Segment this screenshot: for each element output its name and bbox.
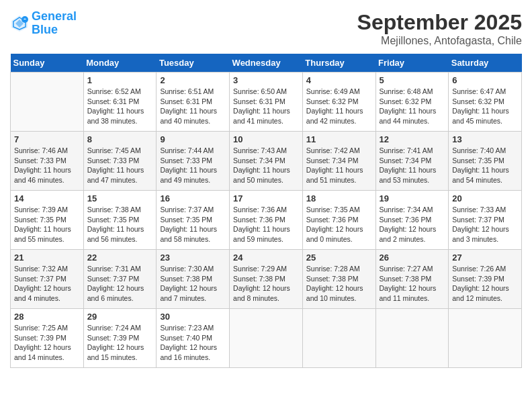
calendar-cell: 5Sunrise: 6:48 AMSunset: 6:32 PMDaylight…	[375, 73, 449, 132]
day-number: 21	[14, 253, 80, 263]
day-number: 14	[14, 193, 80, 203]
calendar-cell: 9Sunrise: 7:44 AMSunset: 7:33 PMDaylight…	[157, 132, 230, 191]
calendar-cell: 23Sunrise: 7:30 AMSunset: 7:38 PMDayligh…	[157, 250, 230, 309]
calendar-cell: 12Sunrise: 7:41 AMSunset: 7:34 PMDayligh…	[375, 132, 449, 191]
calendar-cell: 6Sunrise: 6:47 AMSunset: 6:32 PMDaylight…	[449, 73, 522, 132]
location: Mejillones, Antofagasta, Chile	[357, 35, 522, 47]
calendar-week-row: 21Sunrise: 7:32 AMSunset: 7:37 PMDayligh…	[11, 250, 522, 309]
day-number: 24	[233, 253, 299, 263]
day-number: 4	[306, 75, 372, 85]
day-number: 12	[380, 134, 445, 144]
title-block: September 2025 Mejillones, Antofagasta, …	[357, 10, 522, 47]
day-header-saturday: Saturday	[449, 54, 522, 73]
day-number: 15	[87, 193, 153, 203]
calendar-cell: 13Sunrise: 7:40 AMSunset: 7:35 PMDayligh…	[449, 132, 522, 191]
day-number: 5	[380, 75, 445, 85]
day-info: Sunrise: 7:29 AMSunset: 7:38 PMDaylight:…	[233, 264, 299, 304]
day-info: Sunrise: 7:30 AMSunset: 7:38 PMDaylight:…	[160, 264, 226, 304]
day-info: Sunrise: 7:35 AMSunset: 7:36 PMDaylight:…	[306, 205, 372, 244]
calendar-cell: 17Sunrise: 7:36 AMSunset: 7:36 PMDayligh…	[230, 191, 303, 250]
day-info: Sunrise: 6:49 AMSunset: 6:32 PMDaylight:…	[306, 87, 372, 126]
calendar-cell: 21Sunrise: 7:32 AMSunset: 7:37 PMDayligh…	[11, 250, 84, 309]
calendar-week-row: 28Sunrise: 7:25 AMSunset: 7:39 PMDayligh…	[11, 309, 522, 368]
day-number: 22	[87, 253, 153, 263]
logo-line2: Blue	[32, 23, 58, 36]
day-info: Sunrise: 7:46 AMSunset: 7:33 PMDaylight:…	[14, 146, 80, 185]
day-number: 13	[452, 134, 518, 144]
day-header-monday: Monday	[83, 54, 157, 73]
calendar-cell: 18Sunrise: 7:35 AMSunset: 7:36 PMDayligh…	[302, 191, 375, 250]
day-info: Sunrise: 7:36 AMSunset: 7:36 PMDaylight:…	[233, 205, 299, 244]
day-info: Sunrise: 7:27 AMSunset: 7:38 PMDaylight:…	[380, 264, 445, 304]
calendar-header-row: SundayMondayTuesdayWednesdayThursdayFrid…	[11, 54, 522, 73]
calendar-week-row: 1Sunrise: 6:52 AMSunset: 6:31 PMDaylight…	[11, 73, 522, 132]
calendar-cell: 7Sunrise: 7:46 AMSunset: 7:33 PMDaylight…	[11, 132, 84, 191]
day-info: Sunrise: 7:33 AMSunset: 7:37 PMDaylight:…	[452, 205, 518, 244]
day-info: Sunrise: 6:48 AMSunset: 6:32 PMDaylight:…	[380, 87, 445, 126]
day-info: Sunrise: 7:44 AMSunset: 7:33 PMDaylight:…	[160, 146, 226, 185]
day-number: 7	[14, 134, 80, 144]
calendar-cell: 1Sunrise: 6:52 AMSunset: 6:31 PMDaylight…	[83, 73, 157, 132]
day-header-friday: Friday	[375, 54, 449, 73]
day-info: Sunrise: 7:42 AMSunset: 7:34 PMDaylight:…	[306, 146, 372, 185]
calendar-cell: 15Sunrise: 7:38 AMSunset: 7:35 PMDayligh…	[83, 191, 157, 250]
day-info: Sunrise: 7:38 AMSunset: 7:35 PMDaylight:…	[87, 205, 153, 244]
day-info: Sunrise: 7:25 AMSunset: 7:39 PMDaylight:…	[14, 323, 80, 363]
calendar-cell: 11Sunrise: 7:42 AMSunset: 7:34 PMDayligh…	[302, 132, 375, 191]
calendar-cell	[375, 309, 449, 368]
calendar-cell: 10Sunrise: 7:43 AMSunset: 7:34 PMDayligh…	[230, 132, 303, 191]
day-number: 10	[233, 134, 299, 144]
calendar-table: SundayMondayTuesdayWednesdayThursdayFrid…	[10, 54, 522, 368]
day-number: 16	[160, 193, 226, 203]
calendar-cell: 3Sunrise: 6:50 AMSunset: 6:31 PMDaylight…	[230, 73, 303, 132]
calendar-cell: 30Sunrise: 7:23 AMSunset: 7:40 PMDayligh…	[157, 309, 230, 368]
day-number: 3	[233, 75, 299, 85]
calendar-cell: 29Sunrise: 7:24 AMSunset: 7:39 PMDayligh…	[83, 309, 157, 368]
day-info: Sunrise: 6:52 AMSunset: 6:31 PMDaylight:…	[87, 87, 153, 126]
calendar-cell: 25Sunrise: 7:28 AMSunset: 7:38 PMDayligh…	[302, 250, 375, 309]
calendar-cell: 19Sunrise: 7:34 AMSunset: 7:36 PMDayligh…	[375, 191, 449, 250]
day-header-tuesday: Tuesday	[157, 54, 230, 73]
day-number: 27	[452, 253, 518, 263]
calendar-cell: 16Sunrise: 7:37 AMSunset: 7:35 PMDayligh…	[157, 191, 230, 250]
day-info: Sunrise: 7:39 AMSunset: 7:35 PMDaylight:…	[14, 205, 80, 244]
day-header-thursday: Thursday	[302, 54, 375, 73]
day-number: 19	[380, 193, 445, 203]
day-info: Sunrise: 6:51 AMSunset: 6:31 PMDaylight:…	[160, 87, 226, 126]
day-number: 20	[452, 193, 518, 203]
day-number: 1	[87, 75, 153, 85]
calendar-cell: 4Sunrise: 6:49 AMSunset: 6:32 PMDaylight…	[302, 73, 375, 132]
calendar-cell	[302, 309, 375, 368]
logo: General Blue	[10, 10, 77, 37]
day-number: 23	[160, 253, 226, 263]
calendar-week-row: 7Sunrise: 7:46 AMSunset: 7:33 PMDaylight…	[11, 132, 522, 191]
calendar-cell	[449, 309, 522, 368]
day-number: 8	[87, 134, 153, 144]
day-number: 25	[306, 253, 372, 263]
calendar-week-row: 14Sunrise: 7:39 AMSunset: 7:35 PMDayligh…	[11, 191, 522, 250]
day-header-sunday: Sunday	[11, 54, 84, 73]
day-info: Sunrise: 7:28 AMSunset: 7:38 PMDaylight:…	[306, 264, 372, 304]
day-number: 26	[380, 253, 445, 263]
day-info: Sunrise: 7:26 AMSunset: 7:39 PMDaylight:…	[452, 264, 518, 304]
calendar-cell	[11, 73, 84, 132]
logo-text: General Blue	[32, 10, 77, 37]
day-info: Sunrise: 7:40 AMSunset: 7:35 PMDaylight:…	[452, 146, 518, 185]
calendar-cell	[230, 309, 303, 368]
day-info: Sunrise: 7:37 AMSunset: 7:35 PMDaylight:…	[160, 205, 226, 244]
day-number: 18	[306, 193, 372, 203]
day-info: Sunrise: 6:50 AMSunset: 6:31 PMDaylight:…	[233, 87, 299, 126]
day-info: Sunrise: 7:23 AMSunset: 7:40 PMDaylight:…	[160, 323, 226, 363]
day-info: Sunrise: 7:41 AMSunset: 7:34 PMDaylight:…	[380, 146, 445, 185]
calendar-cell: 20Sunrise: 7:33 AMSunset: 7:37 PMDayligh…	[449, 191, 522, 250]
calendar-cell: 26Sunrise: 7:27 AMSunset: 7:38 PMDayligh…	[375, 250, 449, 309]
day-info: Sunrise: 7:43 AMSunset: 7:34 PMDaylight:…	[233, 146, 299, 185]
calendar-cell: 28Sunrise: 7:25 AMSunset: 7:39 PMDayligh…	[11, 309, 84, 368]
calendar-cell: 14Sunrise: 7:39 AMSunset: 7:35 PMDayligh…	[11, 191, 84, 250]
logo-line1: General	[32, 9, 77, 23]
calendar-cell: 27Sunrise: 7:26 AMSunset: 7:39 PMDayligh…	[449, 250, 522, 309]
page-header: General Blue September 2025 Mejillones, …	[10, 10, 522, 47]
calendar-cell: 2Sunrise: 6:51 AMSunset: 6:31 PMDaylight…	[157, 73, 230, 132]
day-number: 6	[452, 75, 518, 85]
day-info: Sunrise: 7:32 AMSunset: 7:37 PMDaylight:…	[14, 264, 80, 304]
